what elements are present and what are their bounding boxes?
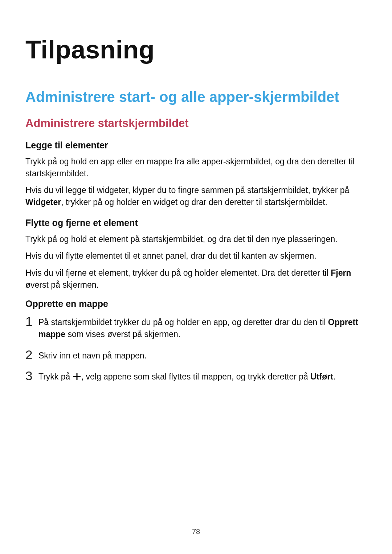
page-title: Tilpasning <box>25 35 367 64</box>
step-number-2: 2 <box>25 348 38 361</box>
document-page: Tilpasning Administrere start- og alle a… <box>0 0 392 554</box>
section-title: Administrere start- og alle apper-skjerm… <box>25 89 367 105</box>
heading-create-folder: Opprette en mappe <box>25 299 367 309</box>
steps-list: 1 På startskjermbildet trykker du på og … <box>25 314 367 383</box>
heading-move-items: Flytte og fjerne et element <box>25 218 367 228</box>
para-add-2-bold: Widgeter <box>25 197 61 207</box>
para-move-3-bold: Fjern <box>331 268 351 278</box>
block-create-folder: Opprette en mappe 1 På startskjermbildet… <box>25 299 367 383</box>
para-move-2: Hvis du vil flytte elementet til et anne… <box>25 250 367 262</box>
step-1: 1 På startskjermbildet trykker du på og … <box>25 314 367 340</box>
step-1-post: som vises øverst på skjermen. <box>65 329 180 339</box>
step-3: 3 Trykk på , velg appene som skal flytte… <box>25 369 367 383</box>
para-move-3-post: øverst på skjermen. <box>25 280 99 290</box>
step-3-pre: Trykk på <box>38 372 73 381</box>
heading-add-items: Legge til elementer <box>25 140 367 151</box>
block-move-items: Flytte og fjerne et element Trykk på og … <box>25 218 367 291</box>
step-3-bold: Utført <box>310 372 333 381</box>
para-move-3: Hvis du vil fjerne et element, trykker d… <box>25 267 367 291</box>
step-2: 2 Skriv inn et navn på mappen. <box>25 348 367 362</box>
para-add-2-post: , trykker på og holder en widget og drar… <box>61 197 327 207</box>
subsection-title: Administrere startskjermbildet <box>25 117 367 130</box>
block-add-items: Legge til elementer Trykk på og hold en … <box>25 140 367 208</box>
plus-icon <box>73 372 81 379</box>
para-add-2-pre: Hvis du vil legge til widgeter, klyper d… <box>25 185 349 195</box>
step-number-1: 1 <box>25 315 38 328</box>
step-2-text: Skriv inn et navn på mappen. <box>38 350 147 362</box>
step-number-3: 3 <box>25 369 38 382</box>
step-1-pre: På startskjermbildet trykker du på og ho… <box>38 317 328 327</box>
para-add-2: Hvis du vil legge til widgeter, klyper d… <box>25 184 367 208</box>
para-move-3-pre: Hvis du vil fjerne et element, trykker d… <box>25 268 331 278</box>
page-number: 78 <box>0 528 392 536</box>
para-move-1: Trykk på og hold et element på startskje… <box>25 233 367 245</box>
step-3-mid: , velg appene som skal flyttes til mappe… <box>81 372 311 381</box>
step-3-post: . <box>333 372 335 381</box>
para-add-1: Trykk på og hold en app eller en mappe f… <box>25 156 367 179</box>
